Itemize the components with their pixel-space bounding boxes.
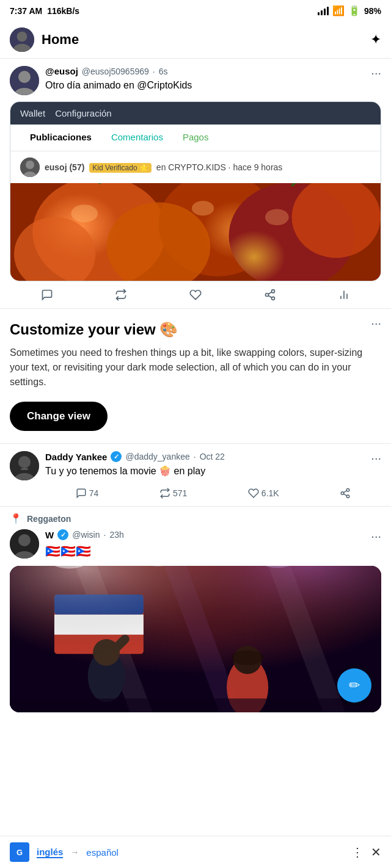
dy-username: Daddy Yankee: [45, 452, 107, 462]
svg-point-7: [26, 161, 34, 169]
battery-percent: 98%: [364, 6, 381, 16]
retweet-action[interactable]: [115, 289, 127, 301]
embed-nav-wallet[interactable]: Wallet: [20, 108, 45, 118]
wisin-more-button[interactable]: ···: [371, 529, 381, 543]
svg-point-1: [17, 32, 27, 42]
svg-point-17: [192, 201, 214, 215]
reply-action[interactable]: [41, 289, 53, 301]
svg-rect-30: [21, 468, 28, 470]
wisin-verified-badge: ✓: [57, 529, 68, 540]
dy-like-action[interactable]: 6.1K: [248, 488, 279, 499]
translate-icon: G: [10, 842, 29, 862]
tweet-eusoj: @eusoj @eusoj50965969 · 6s Otro día anim…: [0, 59, 391, 309]
translate-bar: G inglés → español ⋮ ✕: [0, 836, 391, 868]
change-view-button[interactable]: Change view: [10, 402, 108, 431]
svg-point-21: [271, 297, 274, 300]
dy-like-count: 6.1K: [261, 488, 279, 498]
dy-share-action[interactable]: [340, 488, 351, 499]
translate-lang-from[interactable]: inglés: [37, 847, 63, 858]
dy-tweet-actions: 74 571 6.1K: [45, 488, 381, 499]
tweet-more-button[interactable]: ···: [371, 66, 381, 80]
customize-text: Sometimes you need to freshen things up …: [10, 345, 381, 389]
compose-fab-button[interactable]: ✏: [337, 668, 371, 703]
embed-card: Wallet Configuración Publicaciones Comen…: [10, 101, 381, 281]
reggaeton-pin-icon: 📍: [10, 513, 22, 524]
network-speed: 116kB/s: [47, 6, 79, 16]
dy-retweet-count: 571: [173, 488, 187, 498]
svg-point-33: [346, 495, 349, 498]
customize-section: ··· Customize your view 🎨 Sometimes you …: [0, 309, 391, 444]
svg-point-32: [341, 492, 344, 495]
tweet-text: Otro día animado en @CriptoKids: [45, 79, 371, 92]
signal-icon: [318, 7, 329, 15]
tweet-avatar-eusoj[interactable]: [10, 66, 39, 95]
header-title: Home: [42, 32, 370, 48]
embed-profile-text: eusoj (57) Kid Verificado ⭐ en CRYPTO.KI…: [45, 162, 282, 172]
embed-profile-avatar: [20, 157, 40, 177]
customize-more-button[interactable]: ···: [371, 316, 381, 330]
tweet-separator: ·: [153, 67, 155, 76]
tweet-avatar-daddy-yankee[interactable]: [10, 451, 39, 480]
wifi-icon: 📶: [332, 5, 345, 16]
wisin-username: W: [45, 530, 54, 540]
svg-line-35: [344, 491, 347, 493]
concert-image: ✏: [10, 566, 381, 712]
status-bar: 7:37 AM 116kB/s 📶 🔋 98%: [0, 0, 391, 21]
dy-handle: @daddy_yankee: [125, 452, 189, 461]
wisin-handle: @wisin: [72, 530, 100, 540]
wisin-time: 23h: [109, 530, 123, 540]
svg-point-20: [265, 294, 268, 297]
dy-retweet-action[interactable]: 571: [159, 488, 187, 499]
dy-reply-count: 74: [89, 488, 99, 498]
embed-nav-config[interactable]: Configuración: [55, 108, 112, 118]
translate-lang-to[interactable]: español: [86, 847, 119, 858]
translate-close-button[interactable]: ✕: [371, 845, 381, 859]
reggaeton-section: 📍 Reggaeton W ✓ @wisin · 23h 🇵🇷🇵�: [0, 507, 391, 718]
tweet-handle: @eusoj50965969: [82, 67, 149, 76]
tab-payments[interactable]: Pagos: [173, 125, 219, 151]
like-action[interactable]: [189, 289, 202, 301]
svg-point-4: [18, 71, 31, 83]
wisin-tweet-text: 🇵🇷🇵🇷🇵🇷: [45, 543, 371, 560]
header-avatar[interactable]: [10, 27, 34, 52]
tweet-username: @eusoj: [45, 66, 78, 76]
svg-line-34: [344, 494, 347, 496]
tweet-avatar-wisin[interactable]: [10, 529, 39, 559]
svg-point-19: [271, 290, 274, 293]
svg-point-31: [346, 489, 349, 492]
share-action[interactable]: [264, 289, 276, 301]
svg-point-18: [265, 209, 289, 225]
svg-rect-57: [10, 566, 381, 712]
dy-verified-badge: ✓: [111, 451, 122, 462]
tab-comments[interactable]: Comentarios: [101, 125, 173, 151]
translate-more-button[interactable]: ⋮: [351, 845, 364, 859]
dy-more-button[interactable]: ···: [371, 451, 381, 465]
translate-arrow: →: [70, 847, 79, 857]
tab-publications[interactable]: Publicaciones: [20, 125, 101, 151]
customize-title: Customize your view 🎨: [10, 321, 381, 338]
dy-tweet-text: Tu y yo tenemos la movie 🍿 en play: [45, 465, 371, 478]
tweet-actions: [10, 289, 381, 301]
svg-point-16: [71, 204, 98, 222]
battery-icon: 🔋: [348, 5, 360, 16]
status-time: 7:37 AM: [10, 6, 42, 16]
svg-line-22: [268, 295, 272, 297]
tweet-time: 6s: [159, 67, 168, 76]
embed-card-image: [10, 183, 381, 281]
sparkle-icon[interactable]: ✦: [370, 32, 381, 48]
stats-action[interactable]: [338, 289, 350, 301]
svg-point-28: [18, 456, 31, 468]
tweet-wisin: W ✓ @wisin · 23h 🇵🇷🇵🇷🇵🇷 ···: [10, 529, 381, 718]
app-header: Home ✦: [0, 21, 391, 59]
dy-reply-action[interactable]: 74: [76, 488, 99, 499]
svg-line-23: [268, 292, 272, 294]
tweet-daddy-yankee: Daddy Yankee ✓ @daddy_yankee · Oct 22 Tu…: [0, 444, 391, 507]
svg-rect-58: [10, 698, 381, 712]
reggaeton-label: Reggaeton: [27, 514, 71, 524]
compose-icon: ✏: [349, 678, 360, 693]
svg-point-37: [18, 534, 31, 546]
dy-time: Oct 22: [200, 452, 225, 461]
